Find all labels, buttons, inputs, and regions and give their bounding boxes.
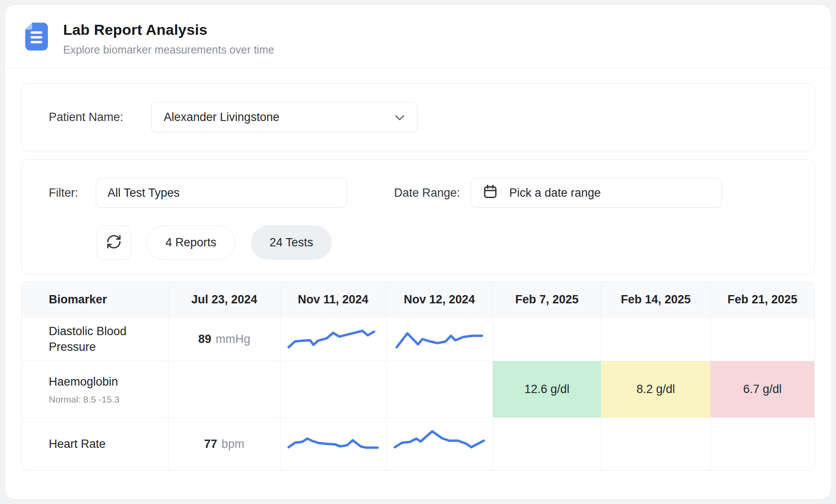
patient-select[interactable]: Alexander Livingstone bbox=[151, 102, 418, 132]
filter-panel: Filter: All Test Types Date Range: Pick … bbox=[21, 159, 815, 275]
filter-label: Filter: bbox=[49, 186, 96, 200]
table-header-cell: Nov 11, 2024 bbox=[280, 282, 386, 317]
patient-name-label: Patient Name: bbox=[49, 111, 151, 124]
empty-cell bbox=[710, 418, 814, 470]
biomarker-name: Heart Rate bbox=[49, 436, 106, 452]
sparkline-chart bbox=[287, 317, 379, 361]
biomarker-table: BiomarkerJul 23, 2024Nov 11, 2024Nov 12,… bbox=[21, 282, 815, 470]
table-header-row: BiomarkerJul 23, 2024Nov 11, 2024Nov 12,… bbox=[22, 282, 814, 317]
page-header: Lab Report Analysis Explore biomarker me… bbox=[5, 5, 831, 69]
empty-cell bbox=[710, 317, 814, 361]
table-row: HaemoglobinNormal: 8.5 -15.312.6 g/dl8.2… bbox=[22, 361, 814, 417]
sparkline-chart bbox=[393, 422, 485, 466]
empty-cell bbox=[601, 317, 710, 361]
biomarker-cell: HaemoglobinNormal: 8.5 -15.3 bbox=[22, 361, 168, 417]
refresh-icon bbox=[106, 234, 122, 252]
measurement-unit: mmHg bbox=[216, 333, 250, 346]
sparkline-chart bbox=[287, 422, 379, 466]
page-subtitle: Explore biomarker measurements over time bbox=[63, 44, 274, 56]
status-measurement-value: 6.7 g/dl bbox=[743, 383, 782, 396]
status-badge: 6.7 g/dl bbox=[711, 361, 814, 417]
empty-cell bbox=[601, 418, 710, 470]
biomarker-normal-range: Normal: 8.5 -15.3 bbox=[49, 394, 119, 405]
table-row: Heart Rate77bpm bbox=[22, 417, 814, 470]
calendar-icon bbox=[482, 184, 498, 202]
chevron-down-icon bbox=[394, 111, 405, 124]
reports-count-badge[interactable]: 4 Reports bbox=[147, 225, 235, 260]
biomarker-cell: Diastolic Blood Pressure bbox=[22, 317, 168, 361]
status-badge: 12.6 g/dl bbox=[493, 361, 601, 417]
test-type-filter-value: All Test Types bbox=[108, 186, 180, 200]
status-measurement-value: 12.6 g/dl bbox=[524, 383, 570, 396]
status-badge: 8.2 g/dl bbox=[601, 361, 710, 417]
date-range-picker[interactable]: Pick a date range bbox=[471, 178, 722, 208]
date-range-placeholder: Pick a date range bbox=[509, 186, 601, 200]
patient-select-value: Alexander Livingstone bbox=[164, 111, 280, 124]
measurement-value: 89 bbox=[198, 333, 211, 346]
tests-count-badge[interactable]: 24 Tests bbox=[251, 225, 332, 260]
sparkline-cell bbox=[280, 317, 386, 361]
table-header-cell: Biomarker bbox=[22, 282, 168, 317]
biomarker-cell: Heart Rate bbox=[22, 418, 168, 470]
empty-cell bbox=[492, 317, 601, 361]
measurement-cell: 89mmHg bbox=[168, 317, 280, 361]
sparkline-chart bbox=[393, 317, 485, 361]
date-range-label: Date Range: bbox=[394, 186, 460, 200]
lab-report-app: Lab Report Analysis Explore biomarker me… bbox=[4, 4, 832, 500]
biomarker-name: Diastolic Blood Pressure bbox=[49, 323, 143, 355]
test-type-filter-input[interactable]: All Test Types bbox=[96, 178, 347, 208]
empty-cell bbox=[386, 361, 492, 417]
status-measurement-value: 8.2 g/dl bbox=[637, 383, 675, 396]
table-header-cell: Feb 21, 2025 bbox=[710, 282, 814, 317]
page-title: Lab Report Analysis bbox=[63, 21, 274, 38]
table-header-cell: Feb 7, 2025 bbox=[492, 282, 601, 317]
measurement-unit: bpm bbox=[222, 437, 245, 451]
sparkline-cell bbox=[280, 418, 386, 470]
refresh-button[interactable] bbox=[97, 225, 131, 260]
document-icon bbox=[25, 22, 48, 53]
status-measurement-cell: 12.6 g/dl bbox=[492, 361, 601, 417]
empty-cell bbox=[168, 361, 280, 417]
table-header-cell: Nov 12, 2024 bbox=[386, 282, 492, 317]
empty-cell bbox=[492, 418, 601, 470]
patient-panel: Patient Name: Alexander Livingstone bbox=[21, 83, 815, 151]
table-header-cell: Feb 14, 2025 bbox=[601, 282, 710, 317]
measurement-cell: 77bpm bbox=[168, 418, 280, 470]
sparkline-cell bbox=[386, 317, 492, 361]
status-measurement-cell: 8.2 g/dl bbox=[601, 361, 710, 417]
empty-cell bbox=[280, 361, 386, 417]
table-row: Diastolic Blood Pressure89mmHg bbox=[22, 317, 814, 361]
status-measurement-cell: 6.7 g/dl bbox=[710, 361, 814, 417]
sparkline-cell bbox=[386, 418, 492, 470]
biomarker-name: Haemoglobin bbox=[49, 374, 118, 390]
table-header-cell: Jul 23, 2024 bbox=[168, 282, 280, 317]
measurement-value: 77 bbox=[204, 437, 217, 451]
